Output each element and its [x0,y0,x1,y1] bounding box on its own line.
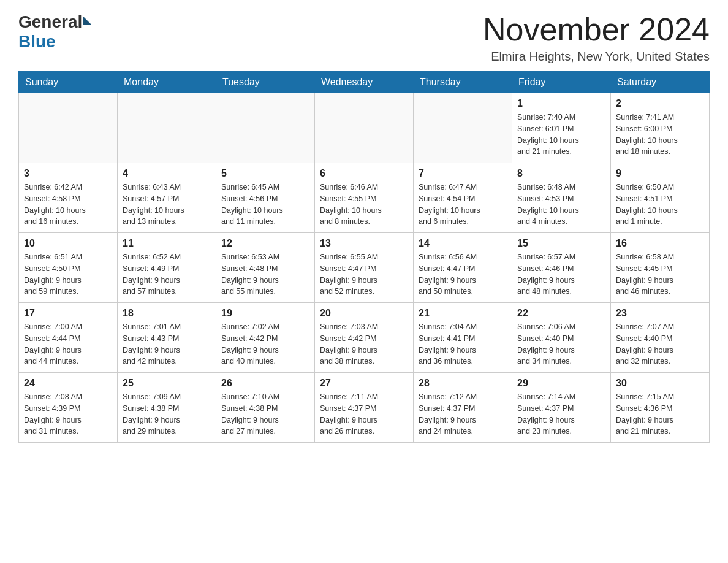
calendar-cell [315,93,414,163]
calendar-week-row: 3Sunrise: 6:42 AM Sunset: 4:58 PM Daylig… [19,163,710,233]
day-info: Sunrise: 7:40 AM Sunset: 6:01 PM Dayligh… [517,112,605,158]
day-number: 29 [517,378,605,389]
day-info: Sunrise: 7:10 AM Sunset: 4:38 PM Dayligh… [221,391,309,437]
day-number: 13 [320,238,408,249]
day-info: Sunrise: 6:51 AM Sunset: 4:50 PM Dayligh… [24,251,112,297]
calendar-cell: 18Sunrise: 7:01 AM Sunset: 4:43 PM Dayli… [118,303,216,373]
day-info: Sunrise: 7:41 AM Sunset: 6:00 PM Dayligh… [616,112,704,158]
calendar-cell: 24Sunrise: 7:08 AM Sunset: 4:39 PM Dayli… [19,373,118,443]
calendar-cell: 16Sunrise: 6:58 AM Sunset: 4:45 PM Dayli… [611,233,710,303]
calendar-cell: 9Sunrise: 6:50 AM Sunset: 4:51 PM Daylig… [611,163,710,233]
calendar-day-header: Monday [118,72,216,93]
calendar-cell: 28Sunrise: 7:12 AM Sunset: 4:37 PM Dayli… [414,373,512,443]
calendar-table: SundayMondayTuesdayWednesdayThursdayFrid… [18,71,710,443]
calendar-cell: 13Sunrise: 6:55 AM Sunset: 4:47 PM Dayli… [315,233,414,303]
calendar-cell: 1Sunrise: 7:40 AM Sunset: 6:01 PM Daylig… [512,93,611,163]
day-number: 20 [320,308,408,319]
day-number: 15 [517,238,605,249]
day-info: Sunrise: 6:56 AM Sunset: 4:47 PM Dayligh… [419,251,507,297]
day-info: Sunrise: 7:03 AM Sunset: 4:42 PM Dayligh… [320,321,408,367]
calendar-day-header: Tuesday [216,72,315,93]
day-number: 1 [517,98,605,109]
calendar-cell: 22Sunrise: 7:06 AM Sunset: 4:40 PM Dayli… [512,303,611,373]
calendar-cell: 21Sunrise: 7:04 AM Sunset: 4:41 PM Dayli… [414,303,512,373]
logo-blue-text: Blue [18,32,56,52]
calendar-cell: 4Sunrise: 6:43 AM Sunset: 4:57 PM Daylig… [118,163,216,233]
day-info: Sunrise: 6:48 AM Sunset: 4:53 PM Dayligh… [517,182,605,228]
calendar-cell: 3Sunrise: 6:42 AM Sunset: 4:58 PM Daylig… [19,163,118,233]
day-info: Sunrise: 7:12 AM Sunset: 4:37 PM Dayligh… [419,391,507,437]
day-number: 14 [419,238,507,249]
day-info: Sunrise: 7:01 AM Sunset: 4:43 PM Dayligh… [123,321,211,367]
calendar-cell: 6Sunrise: 6:46 AM Sunset: 4:55 PM Daylig… [315,163,414,233]
calendar-day-header: Thursday [414,72,512,93]
day-number: 11 [123,238,211,249]
day-info: Sunrise: 7:09 AM Sunset: 4:38 PM Dayligh… [123,391,211,437]
day-number: 30 [616,378,704,389]
day-info: Sunrise: 7:02 AM Sunset: 4:42 PM Dayligh… [221,321,309,367]
calendar-cell [19,93,118,163]
logo-general-text: General [18,12,82,32]
calendar-cell: 26Sunrise: 7:10 AM Sunset: 4:38 PM Dayli… [216,373,315,443]
calendar-week-row: 10Sunrise: 6:51 AM Sunset: 4:50 PM Dayli… [19,233,710,303]
calendar-cell: 19Sunrise: 7:02 AM Sunset: 4:42 PM Dayli… [216,303,315,373]
day-number: 2 [616,98,704,109]
calendar-cell: 23Sunrise: 7:07 AM Sunset: 4:40 PM Dayli… [611,303,710,373]
day-number: 25 [123,378,211,389]
calendar-cell: 15Sunrise: 6:57 AM Sunset: 4:46 PM Dayli… [512,233,611,303]
day-info: Sunrise: 7:07 AM Sunset: 4:40 PM Dayligh… [616,321,704,367]
calendar-cell: 2Sunrise: 7:41 AM Sunset: 6:00 PM Daylig… [611,93,710,163]
calendar-day-header: Wednesday [315,72,414,93]
day-info: Sunrise: 6:57 AM Sunset: 4:46 PM Dayligh… [517,251,605,297]
calendar-cell: 11Sunrise: 6:52 AM Sunset: 4:49 PM Dayli… [118,233,216,303]
title-section: November 2024 Elmira Heights, New York, … [483,12,710,64]
day-info: Sunrise: 6:58 AM Sunset: 4:45 PM Dayligh… [616,251,704,297]
day-number: 19 [221,308,309,319]
calendar-week-row: 17Sunrise: 7:00 AM Sunset: 4:44 PM Dayli… [19,303,710,373]
calendar-header-row: SundayMondayTuesdayWednesdayThursdayFrid… [19,72,710,93]
day-number: 22 [517,308,605,319]
month-title: November 2024 [483,12,710,47]
calendar-week-row: 24Sunrise: 7:08 AM Sunset: 4:39 PM Dayli… [19,373,710,443]
logo-arrow-icon [83,17,92,25]
calendar-cell: 12Sunrise: 6:53 AM Sunset: 4:48 PM Dayli… [216,233,315,303]
day-number: 16 [616,238,704,249]
day-number: 7 [419,168,507,179]
day-info: Sunrise: 7:15 AM Sunset: 4:36 PM Dayligh… [616,391,704,437]
day-number: 10 [24,238,112,249]
day-info: Sunrise: 6:53 AM Sunset: 4:48 PM Dayligh… [221,251,309,297]
day-info: Sunrise: 6:43 AM Sunset: 4:57 PM Dayligh… [123,182,211,228]
day-number: 4 [123,168,211,179]
calendar-cell: 20Sunrise: 7:03 AM Sunset: 4:42 PM Dayli… [315,303,414,373]
day-number: 23 [616,308,704,319]
day-number: 27 [320,378,408,389]
calendar-cell [414,93,512,163]
calendar-day-header: Friday [512,72,611,93]
day-info: Sunrise: 7:11 AM Sunset: 4:37 PM Dayligh… [320,391,408,437]
day-number: 21 [419,308,507,319]
calendar-cell: 7Sunrise: 6:47 AM Sunset: 4:54 PM Daylig… [414,163,512,233]
day-info: Sunrise: 7:08 AM Sunset: 4:39 PM Dayligh… [24,391,112,437]
location-text: Elmira Heights, New York, United States [483,50,710,64]
day-number: 26 [221,378,309,389]
calendar-cell: 29Sunrise: 7:14 AM Sunset: 4:37 PM Dayli… [512,373,611,443]
day-number: 12 [221,238,309,249]
day-info: Sunrise: 6:45 AM Sunset: 4:56 PM Dayligh… [221,182,309,228]
day-info: Sunrise: 6:55 AM Sunset: 4:47 PM Dayligh… [320,251,408,297]
calendar-cell: 25Sunrise: 7:09 AM Sunset: 4:38 PM Dayli… [118,373,216,443]
day-number: 18 [123,308,211,319]
day-number: 28 [419,378,507,389]
day-info: Sunrise: 7:06 AM Sunset: 4:40 PM Dayligh… [517,321,605,367]
calendar-cell: 14Sunrise: 6:56 AM Sunset: 4:47 PM Dayli… [414,233,512,303]
page-header: General Blue November 2024 Elmira Height… [18,12,710,64]
day-number: 17 [24,308,112,319]
calendar-cell: 17Sunrise: 7:00 AM Sunset: 4:44 PM Dayli… [19,303,118,373]
calendar-cell: 10Sunrise: 6:51 AM Sunset: 4:50 PM Dayli… [19,233,118,303]
day-info: Sunrise: 6:47 AM Sunset: 4:54 PM Dayligh… [419,182,507,228]
day-number: 24 [24,378,112,389]
calendar-cell: 27Sunrise: 7:11 AM Sunset: 4:37 PM Dayli… [315,373,414,443]
calendar-week-row: 1Sunrise: 7:40 AM Sunset: 6:01 PM Daylig… [19,93,710,163]
day-number: 8 [517,168,605,179]
calendar-cell: 5Sunrise: 6:45 AM Sunset: 4:56 PM Daylig… [216,163,315,233]
calendar-cell [216,93,315,163]
